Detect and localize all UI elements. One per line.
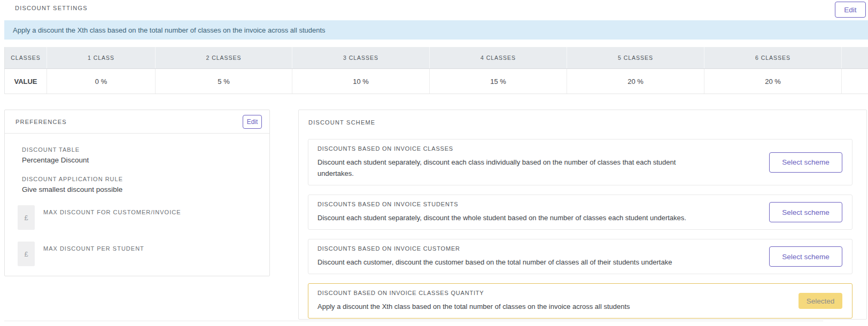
- scheme-text: DISCOUNT BASED ON INVOICE CLASSES QUANTI…: [317, 290, 792, 312]
- page-title: DISCOUNT SETTINGS: [15, 5, 88, 11]
- scheme-title: DISCOUNTS BASED ON INVOICE STUDENTS: [317, 201, 763, 207]
- field-value: Percentage Discount: [22, 156, 257, 164]
- column-header: 5 CLASSES: [567, 47, 704, 68]
- preference-field-discount-table: DISCOUNT TABLE Percentage Discount: [22, 146, 257, 164]
- column-header-classes: CLASSES: [4, 47, 46, 68]
- value-cell: 0 %: [46, 69, 155, 94]
- preference-field-application-rule: DISCOUNT APPLICATION RULE Give smallest …: [22, 176, 257, 193]
- preferences-card: PREFERENCES Edit DISCOUNT TABLE Percenta…: [4, 110, 270, 276]
- scheme-description: Discount each customer, discount the cus…: [317, 257, 713, 268]
- preferences-edit-button[interactable]: Edit: [243, 115, 262, 129]
- bottom-divider: [4, 321, 823, 321]
- scheme-card-invoice-customer: DISCOUNTS BASED ON INVOICE CUSTOMER Disc…: [308, 239, 852, 274]
- column-header: 2 CLASSES: [155, 47, 292, 68]
- field-label: MAX DISCOUNT PER STUDENT: [43, 245, 144, 252]
- field-label: MAX DISCOUNT FOR CUSTOMER/INVOICE: [43, 209, 181, 215]
- info-banner: Apply a discount the Xth class based on …: [4, 20, 868, 40]
- currency-prefix: £: [18, 205, 35, 230]
- scheme-card-invoice-classes-quantity: DISCOUNT BASED ON INVOICE CLASSES QUANTI…: [308, 283, 852, 319]
- column-header: 6 CLASSES: [704, 47, 841, 68]
- column-header: 4 CLASSES: [429, 47, 567, 68]
- max-discount-customer-invoice-field: £ MAX DISCOUNT FOR CUSTOMER/INVOICE: [18, 205, 257, 230]
- scheme-description: Discount each student separately, discou…: [317, 157, 713, 179]
- scheme-card-invoice-classes: DISCOUNTS BASED ON INVOICE CLASSES Disco…: [308, 139, 852, 185]
- discount-scheme-title: DISCOUNT SCHEME: [308, 119, 852, 126]
- max-discount-per-student-field: £ MAX DISCOUNT PER STUDENT: [18, 242, 257, 266]
- select-scheme-button[interactable]: Select scheme: [769, 152, 842, 173]
- field-value: Give smallest discount possible: [22, 185, 257, 193]
- value-cell: 20 %: [567, 69, 704, 94]
- row-header-value: VALUE: [4, 69, 46, 94]
- scheme-description: Discount each student separately, discou…: [317, 212, 713, 223]
- preferences-header: PREFERENCES Edit: [5, 110, 269, 134]
- currency-prefix: £: [18, 242, 35, 266]
- discount-table: CLASSES 1 CLASS 2 CLASSES 3 CLASSES 4 CL…: [4, 47, 868, 94]
- scheme-title: DISCOUNT BASED ON INVOICE CLASSES QUANTI…: [317, 290, 792, 296]
- scheme-description: Apply a discount the Xth class based on …: [317, 301, 713, 312]
- discount-table-value-row: VALUE 0 % 5 % 10 % 15 % 20 % 20 %: [4, 69, 868, 94]
- value-cell-overflow: [841, 69, 868, 94]
- field-label: DISCOUNT APPLICATION RULE: [22, 176, 257, 182]
- field-label: DISCOUNT TABLE: [22, 146, 257, 153]
- discount-scheme-panel: DISCOUNT SCHEME DISCOUNTS BASED ON INVOI…: [298, 110, 867, 320]
- scheme-title: DISCOUNTS BASED ON INVOICE CLASSES: [317, 145, 763, 152]
- discount-settings-page: DISCOUNT SETTINGS Edit Apply a discount …: [0, 0, 868, 326]
- selected-badge[interactable]: Selected: [799, 293, 842, 309]
- scheme-text: DISCOUNTS BASED ON INVOICE CUSTOMER Disc…: [317, 245, 763, 268]
- select-scheme-button[interactable]: Select scheme: [769, 246, 842, 267]
- value-cell: 5 %: [155, 69, 292, 94]
- value-cell: 15 %: [429, 69, 567, 94]
- value-cell: 10 %: [292, 69, 429, 94]
- column-header: 1 CLASS: [46, 47, 155, 68]
- preferences-title: PREFERENCES: [15, 119, 67, 125]
- scheme-text: DISCOUNTS BASED ON INVOICE CLASSES Disco…: [317, 145, 763, 179]
- value-cell: 20 %: [704, 69, 841, 94]
- settings-edit-button[interactable]: Edit: [835, 2, 866, 18]
- discount-table-header-row: CLASSES 1 CLASS 2 CLASSES 3 CLASSES 4 CL…: [4, 47, 868, 69]
- preferences-body: DISCOUNT TABLE Percentage Discount DISCO…: [5, 134, 269, 266]
- scheme-card-invoice-students: DISCOUNTS BASED ON INVOICE STUDENTS Disc…: [308, 195, 852, 230]
- select-scheme-button[interactable]: Select scheme: [769, 202, 842, 222]
- column-header: 3 CLASSES: [292, 47, 429, 68]
- column-header-overflow: [841, 47, 868, 68]
- scheme-title: DISCOUNTS BASED ON INVOICE CUSTOMER: [317, 245, 763, 252]
- scheme-text: DISCOUNTS BASED ON INVOICE STUDENTS Disc…: [317, 201, 763, 223]
